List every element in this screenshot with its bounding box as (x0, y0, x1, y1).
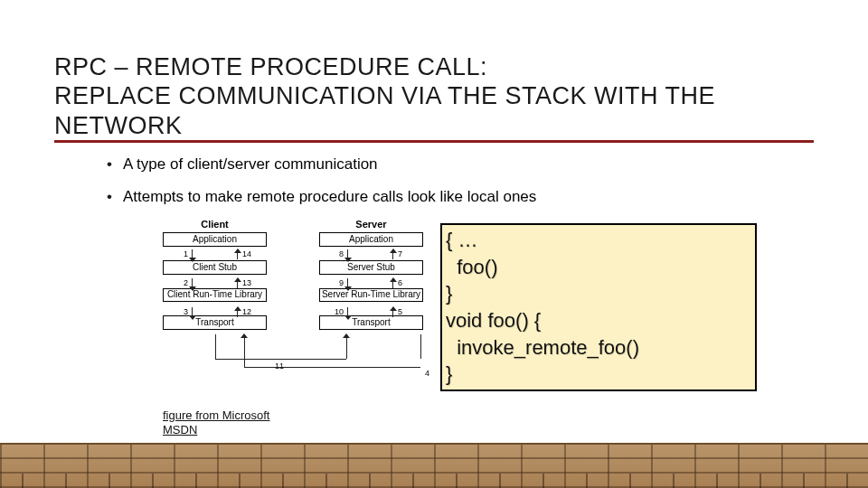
arrow-pair: 9 6 (344, 277, 398, 291)
arrow-down-icon (188, 306, 197, 320)
arrow-num: 8 (333, 249, 344, 258)
arrow-pair: 8 7 (344, 249, 398, 262)
arrow-down-icon (188, 277, 197, 291)
bullet-item: A type of client/server communication (123, 154, 814, 175)
arrow-down-icon (344, 277, 353, 291)
bullet-item: Attempts to make remote procedure calls … (123, 186, 814, 208)
arrow-num: 3 (177, 307, 188, 316)
arrow-num: 10 (333, 307, 344, 316)
arrow-down-icon (188, 249, 197, 262)
rpc-diagram: Client Application Client Stub Client Ru… (163, 219, 443, 404)
arrow-num: 2 (177, 278, 188, 287)
code-box: { … foo() } void foo() { invoke_remote_f… (440, 223, 757, 391)
arrow-up-icon (233, 306, 242, 320)
title-underline (54, 140, 814, 143)
arrow-num: 12 (242, 307, 255, 316)
arrow-up-icon (233, 277, 242, 291)
bullet-list: A type of client/server communication At… (87, 154, 814, 208)
server-header: Server (319, 219, 423, 230)
arrow-up-icon (389, 249, 398, 262)
arrow-down-icon (344, 249, 353, 262)
arrow-num: 9 (333, 278, 344, 287)
arrow-up-icon (233, 249, 242, 262)
arrow-num: 5 (398, 307, 410, 316)
arrow-up-icon (389, 306, 398, 320)
figure-caption: figure from Microsoft MSDN (163, 408, 303, 436)
client-header: Client (163, 219, 267, 230)
arrow-num: 4 (425, 369, 429, 378)
brick-floor (0, 443, 868, 488)
arrow-pair: 3 12 (188, 306, 242, 320)
arrow-down-icon (344, 306, 353, 320)
slide-title: RPC – REMOTE PROCEDURE CALL: REPLACE COM… (54, 52, 814, 144)
arrow-pair: 2 13 (188, 277, 242, 291)
box-client-stub: Client Stub (163, 260, 267, 275)
box-server-stub: Server Stub (319, 260, 423, 275)
arrow-num: 7 (398, 249, 410, 258)
arrow-num: 6 (398, 278, 410, 287)
arrow-pair: 10 5 (344, 306, 398, 320)
arrow-num: 14 (242, 249, 255, 258)
box-server-app: Application (319, 232, 423, 247)
slide: RPC – REMOTE PROCEDURE CALL: REPLACE COM… (0, 0, 868, 488)
arrow-pair: 1 14 (188, 249, 242, 262)
arrow-num: 1 (177, 249, 188, 258)
big-arrow-right: 4 (244, 334, 420, 367)
arrow-up-icon (389, 277, 398, 291)
arrow-num: 13 (242, 278, 255, 287)
box-client-app: Application (163, 232, 267, 247)
